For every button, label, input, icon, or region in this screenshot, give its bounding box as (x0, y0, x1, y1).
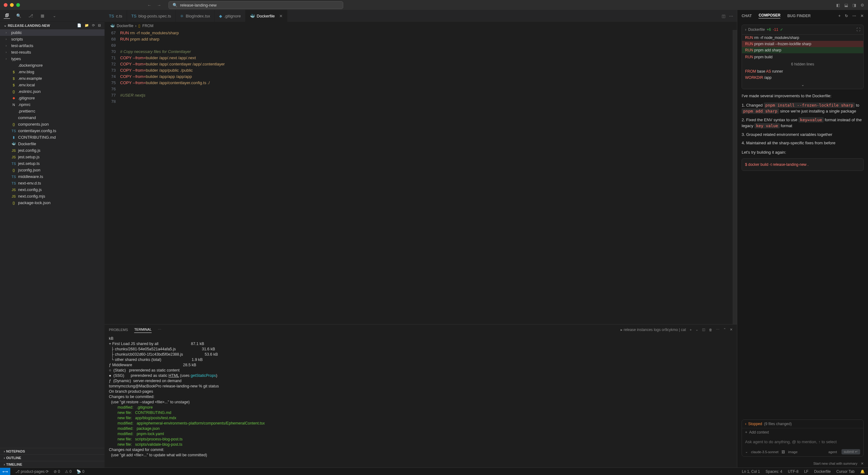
file-item[interactable]: $.env.local (0, 82, 104, 88)
indent-setting[interactable]: Spaces: 4 (766, 469, 782, 474)
ports-count[interactable]: 📡 0 (76, 469, 84, 474)
warning-count[interactable]: ⚠ 0 (65, 469, 71, 474)
file-item[interactable]: $.env.example (0, 75, 104, 82)
editor-tab[interactable]: TSblog-posts.spec.ts (127, 10, 176, 22)
file-item[interactable]: JSnext.config.mjs (0, 193, 104, 200)
history-icon[interactable]: ↻ (845, 14, 848, 18)
file-item[interactable]: {}jsconfig.json (0, 167, 104, 173)
collapse-icon[interactable]: ⊟ (98, 23, 101, 27)
more-chat-icon[interactable]: ⋯ (852, 14, 856, 18)
chevron-right-icon[interactable]: › (745, 27, 746, 32)
maximize-window[interactable] (16, 3, 20, 7)
agent-mode[interactable]: agent (828, 450, 837, 454)
maximize-panel-icon[interactable]: ⌃ (723, 328, 726, 332)
file-item[interactable]: {}package-lock.json (0, 200, 104, 206)
chat-tab[interactable]: CHAT (742, 14, 752, 18)
layout-bottom-icon[interactable]: ⬓ (844, 3, 848, 7)
file-item[interactable]: JSnext.config.js (0, 186, 104, 193)
model-selector[interactable]: claude-3.5-sonnet (751, 450, 778, 454)
file-item[interactable]: {}.eslintrc.json (0, 88, 104, 95)
cursor-position[interactable]: Ln 1, Col 1 (742, 469, 760, 474)
new-file-icon[interactable]: 📄 (77, 23, 82, 27)
file-item[interactable]: .dockerignore (0, 62, 104, 69)
file-item[interactable]: TSjest.setup.ts (0, 160, 104, 167)
settings-gear-icon[interactable]: ⚙ (861, 3, 864, 7)
file-item[interactable]: {}components.json (0, 121, 104, 128)
hidden-lines[interactable]: 6 hidden lines (742, 60, 863, 68)
folder-item[interactable]: ›test-results (0, 49, 104, 56)
split-editor-icon[interactable]: ◫ (722, 14, 725, 19)
expand-diff-icon[interactable]: ⛶ (857, 27, 860, 32)
code-editor[interactable]: 676869707172737475767778 RUN rm -rf node… (104, 30, 737, 324)
editor-tab[interactable]: 🐳Dockerfile✕ (246, 10, 287, 22)
terminal-output[interactable]: kB+ First Load JS shared by all 87.1 kB … (104, 335, 737, 468)
problems-tab[interactable]: PROBLEMS (109, 327, 128, 333)
split-terminal-chevron-icon[interactable]: ⌄ (695, 328, 698, 332)
split-terminal-icon[interactable]: ◫ (702, 328, 705, 332)
submit-button[interactable]: submit ↵ (841, 449, 860, 454)
file-item[interactable]: TScontentlayer.config.ts (0, 128, 104, 134)
image-attach-icon[interactable]: 🖼 (782, 450, 785, 454)
add-terminal-icon[interactable]: + (690, 328, 692, 332)
branch-indicator[interactable]: ⎇ product-pages ⟳ (15, 469, 49, 474)
eol[interactable]: LF (804, 469, 808, 474)
sidebar-section[interactable]: ›NOTEPADS (0, 448, 104, 454)
chat-input[interactable]: Ask agent to do anything, @ to mention, … (742, 436, 863, 447)
folder-item[interactable]: ›types (0, 56, 104, 62)
more-terminal-icon[interactable]: ⋯ (716, 328, 719, 332)
add-context-icon[interactable]: + (745, 430, 747, 435)
close-chat-icon[interactable]: ✕ (861, 14, 864, 18)
bugfinder-tab[interactable]: BUG FINDER (787, 14, 811, 18)
breadcrumb[interactable]: 🐳 Dockerfile › ▯ FROM (104, 22, 737, 30)
new-folder-icon[interactable]: 📁 (85, 23, 89, 27)
minimap[interactable] (733, 30, 737, 324)
file-item[interactable]: .prettierrc (0, 108, 104, 114)
refresh-icon[interactable]: ⟳ (92, 23, 95, 27)
layout-right-icon[interactable]: ◨ (852, 3, 856, 7)
nav-back-icon[interactable]: ← (147, 3, 151, 7)
terminal-tab[interactable]: TERMINAL (134, 326, 152, 333)
more-icon[interactable]: ⋯ (158, 328, 161, 332)
file-item[interactable]: 🐳Dockerfile (0, 141, 104, 147)
explorer-icon[interactable]: 🗐 (4, 12, 10, 19)
expand-icon[interactable]: ⌄ (742, 81, 863, 89)
chevron-icon[interactable]: ⌄ (745, 450, 748, 454)
new-chat-icon[interactable]: + (838, 14, 841, 18)
search-sidebar-icon[interactable]: 🔍 (16, 12, 22, 19)
file-item[interactable]: ◆.gitignore (0, 95, 104, 101)
add-context[interactable]: Add context (749, 430, 769, 435)
notifications-icon[interactable]: 🔔 (860, 469, 865, 474)
chevron-down-icon[interactable]: ⌄ (51, 12, 57, 19)
editor-tab[interactable]: ⚛BlogIndex.tsx (176, 10, 215, 22)
remote-indicator[interactable]: ⟷ (0, 468, 10, 475)
new-chat-summary[interactable]: Start new chat with summary (813, 462, 858, 465)
nav-forward-icon[interactable]: → (157, 3, 161, 7)
file-item[interactable]: ▮CONTRIBUTING.md (0, 134, 104, 141)
minimize-window[interactable] (10, 3, 14, 7)
extensions-icon[interactable]: ▦ (39, 12, 45, 19)
chevron-right-icon[interactable]: › (745, 422, 746, 426)
file-item[interactable]: JSjest.config.js (0, 147, 104, 154)
source-control-icon[interactable]: ⎇ (27, 12, 34, 19)
editor-tab[interactable]: ◆.gitignore (215, 10, 245, 22)
language-mode[interactable]: Dockerfile (814, 469, 831, 474)
more-tabs-icon[interactable]: ⋯ (729, 14, 733, 19)
sidebar-section[interactable]: ›TIMELINE (0, 461, 104, 468)
file-item[interactable]: JSjest.setup.js (0, 154, 104, 160)
layout-left-icon[interactable]: ◧ (836, 3, 840, 7)
explorer-header[interactable]: ⌄ RELEASE-LANDING-NEW 📄 📁 ⟳ ⊟ (0, 22, 104, 29)
error-count[interactable]: ⊘ 0 (54, 469, 60, 474)
file-item[interactable]: $.env.blog (0, 69, 104, 75)
file-item[interactable]: TSmiddleware.ts (0, 173, 104, 180)
cursor-tab[interactable]: Cursor Tab (836, 469, 855, 474)
close-window[interactable] (4, 3, 7, 7)
close-summary-icon[interactable]: ✕ (861, 462, 864, 465)
file-item[interactable]: TSnext-env.d.ts (0, 180, 104, 186)
kill-terminal-icon[interactable]: 🗑 (709, 328, 712, 332)
folder-item[interactable]: ›scripts (0, 36, 104, 42)
file-item[interactable]: command (0, 114, 104, 121)
folder-item[interactable]: ›test-artifacts (0, 42, 104, 49)
shell-dropdown[interactable]: ▸ release instances logs or9cykmo | cat (621, 328, 686, 332)
file-item[interactable]: N.npmrc (0, 101, 104, 108)
command-search[interactable]: 🔍 release-landing-new (168, 1, 343, 9)
